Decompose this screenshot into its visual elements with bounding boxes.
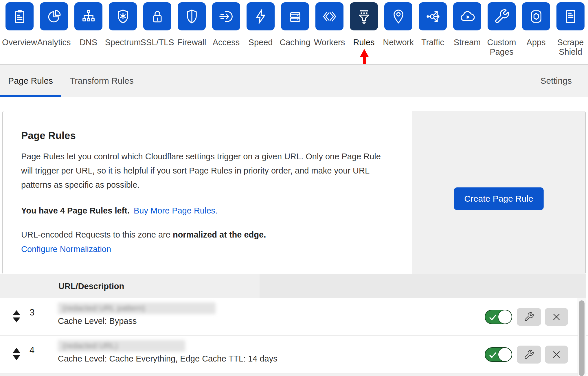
tab-label: Settings bbox=[541, 76, 572, 86]
scrollbar-thumb[interactable] bbox=[579, 300, 585, 376]
quota-line: You have 4 Page Rules left.Buy More Page… bbox=[21, 206, 393, 216]
nav-item-stream[interactable]: Stream bbox=[450, 0, 484, 57]
drag-handle-icon[interactable] bbox=[13, 348, 20, 360]
check-icon bbox=[489, 314, 497, 321]
nav-label: Custom Pages bbox=[484, 38, 519, 57]
column-header-url-description: URL/Description bbox=[58, 274, 124, 298]
create-rule-panel: Create Page Rule bbox=[412, 111, 585, 274]
normalization-line: URL-encoded Requests to this zone are no… bbox=[21, 228, 393, 255]
login-arrow-icon bbox=[218, 8, 234, 25]
drag-handle-icon[interactable] bbox=[13, 310, 20, 322]
delete-rule-button[interactable] bbox=[545, 308, 568, 326]
nav-item-network[interactable]: Network bbox=[381, 0, 416, 57]
table-row: 3 (redacted URL pattern) Cache Level: By… bbox=[0, 298, 588, 336]
nav-label: Speed bbox=[249, 38, 273, 47]
nav-label: Caching bbox=[280, 38, 310, 47]
nav-item-caching[interactable]: Caching bbox=[278, 0, 312, 57]
pin-icon bbox=[390, 8, 407, 25]
nav-item-analytics[interactable]: Analytics bbox=[37, 0, 71, 57]
nav-item-traffic[interactable]: Traffic bbox=[416, 0, 450, 57]
nav-item-spectrum[interactable]: Spectrum bbox=[106, 0, 140, 57]
shield-icon bbox=[184, 8, 200, 25]
page-rules-card: Page Rules Page Rules let you control wh… bbox=[2, 111, 586, 274]
wrench-icon bbox=[524, 349, 534, 360]
padlock-icon bbox=[149, 8, 166, 25]
row-controls bbox=[485, 346, 568, 364]
nav-label: Network bbox=[383, 38, 414, 47]
funnel-icon bbox=[356, 8, 372, 25]
app-hexagon-icon bbox=[528, 8, 544, 25]
rule-enabled-toggle[interactable] bbox=[485, 310, 512, 324]
wrench-icon bbox=[494, 8, 510, 25]
rule-priority: 4 bbox=[30, 345, 34, 355]
edit-rule-button[interactable] bbox=[517, 346, 541, 364]
redacted-url: (redacted URL pattern) bbox=[58, 302, 216, 315]
nav-label: Scrape Shield bbox=[553, 38, 588, 57]
rule-settings: Cache Level: Bypass bbox=[58, 316, 216, 326]
nav-label: Traffic bbox=[421, 38, 444, 47]
toggle-knob bbox=[498, 348, 512, 361]
normalization-bold: normalized at the edge. bbox=[173, 230, 266, 239]
nav-item-apps[interactable]: Apps bbox=[519, 0, 553, 57]
lightning-icon bbox=[253, 8, 269, 25]
nav-label: Stream bbox=[454, 38, 481, 47]
sub-nav-tabbar: Page Rules Transform Rules Settings bbox=[0, 64, 588, 97]
rule-settings: Cache Level: Cache Everything, Edge Cach… bbox=[58, 354, 278, 364]
pie-chart-icon bbox=[46, 8, 62, 25]
rule-enabled-toggle[interactable] bbox=[485, 347, 512, 362]
redacted-url: (redacted URL) bbox=[58, 339, 278, 353]
tab-settings[interactable]: Settings bbox=[541, 65, 588, 97]
app-nav: Overview Analytics DNS Spectrum SSL/TLS bbox=[0, 0, 588, 64]
tab-label: Transform Rules bbox=[70, 76, 134, 86]
clipboard-icon bbox=[12, 8, 28, 25]
nav-label: Analytics bbox=[37, 38, 71, 47]
table-header: URL/Description bbox=[0, 274, 588, 298]
table-header-bg-right bbox=[260, 274, 586, 298]
table-row: 4 (redacted URL) Cache Level: Cache Ever… bbox=[0, 336, 588, 373]
brackets-icon bbox=[321, 8, 338, 25]
cloud-play-icon bbox=[459, 8, 475, 25]
tab-transform-rules[interactable]: Transform Rules bbox=[61, 65, 142, 97]
nav-item-rules[interactable]: Rules bbox=[347, 0, 381, 57]
configure-normalization-link[interactable]: Configure Normalization bbox=[21, 243, 111, 255]
next-row-edge bbox=[0, 373, 586, 376]
sitemap-icon bbox=[80, 8, 97, 25]
check-icon bbox=[489, 351, 497, 359]
tab-page-rules[interactable]: Page Rules bbox=[0, 65, 61, 97]
toggle-knob bbox=[498, 310, 512, 324]
cloudflare-dashboard: Overview Analytics DNS Spectrum SSL/TLS bbox=[0, 0, 588, 376]
buy-more-link[interactable]: Buy More Page Rules. bbox=[134, 206, 218, 215]
document-icon bbox=[563, 8, 579, 25]
table-header-bg-left bbox=[0, 274, 260, 298]
nav-label: Workers bbox=[314, 38, 345, 47]
page-rules-table: URL/Description 3 (redacted URL pattern)… bbox=[0, 274, 588, 373]
delete-rule-button[interactable] bbox=[545, 346, 568, 364]
nav-label: Rules bbox=[353, 38, 374, 47]
nav-item-custom-pages[interactable]: Custom Pages bbox=[484, 0, 519, 57]
nav-item-scrape-shield[interactable]: Scrape Shield bbox=[553, 0, 588, 57]
vertical-scrollbar[interactable] bbox=[578, 298, 586, 376]
close-icon bbox=[552, 312, 561, 322]
nav-item-dns[interactable]: DNS bbox=[71, 0, 106, 57]
nav-item-overview[interactable]: Overview bbox=[2, 0, 37, 57]
nav-label: Access bbox=[213, 38, 240, 47]
branch-arrows-icon bbox=[425, 8, 441, 25]
nav-item-ssl[interactable]: SSL/TLS bbox=[140, 0, 174, 57]
nav-label: SSL/TLS bbox=[140, 38, 174, 47]
nav-item-workers[interactable]: Workers bbox=[312, 0, 347, 57]
nav-label: Overview bbox=[2, 38, 37, 47]
page-title: Page Rules bbox=[21, 130, 393, 141]
nav-item-speed[interactable]: Speed bbox=[243, 0, 278, 57]
quota-remaining-text: You have 4 Page Rules left. bbox=[21, 206, 130, 215]
nav-label: Apps bbox=[526, 38, 545, 47]
normalization-text: URL-encoded Requests to this zone are bbox=[21, 230, 173, 239]
page-rules-info: Page Rules Page Rules let you control wh… bbox=[3, 111, 412, 274]
nav-label: DNS bbox=[80, 38, 97, 47]
shield-star-icon bbox=[115, 8, 131, 25]
nav-label: Spectrum bbox=[105, 38, 141, 47]
server-icon bbox=[287, 8, 303, 25]
edit-rule-button[interactable] bbox=[517, 308, 541, 326]
create-page-rule-button[interactable]: Create Page Rule bbox=[454, 187, 543, 210]
nav-item-access[interactable]: Access bbox=[209, 0, 243, 57]
nav-item-firewall[interactable]: Firewall bbox=[174, 0, 209, 57]
